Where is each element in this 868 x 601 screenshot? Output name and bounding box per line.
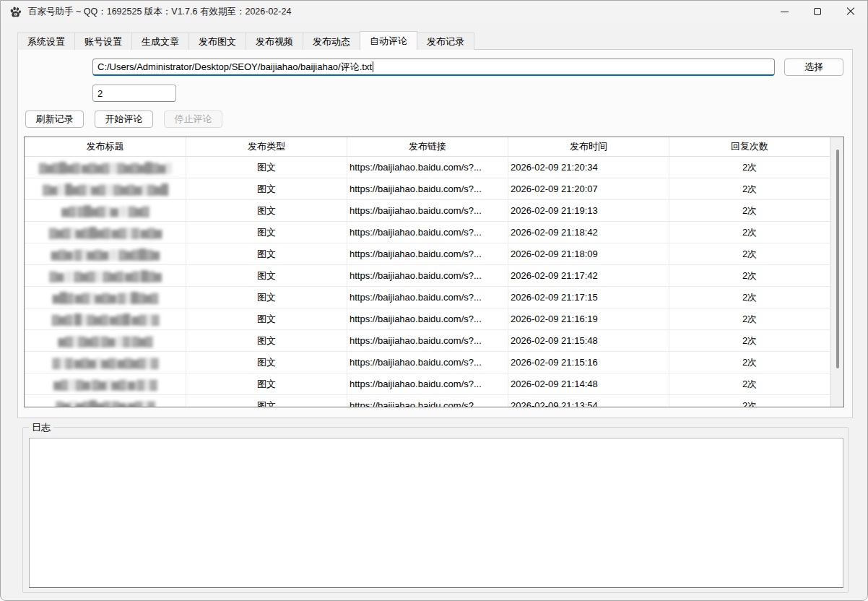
masked-title-text: ▓▆ ▒ ▓▆▓▒ ▓▆▓ ▆▓ █▓▆ (49, 271, 160, 281)
cell-title: ▓▆▒ █▆▓▒▆▓ ▒▓▆▓▆▒▓▆█ (25, 178, 186, 200)
cell-link: https://baijiahao.baidu.com/s?... (347, 373, 508, 395)
column-header-4[interactable]: 回复次数 (669, 137, 830, 157)
close-button[interactable] (834, 1, 867, 22)
table-header-row: 发布标题发布类型发布链接发布时间回复次数 (25, 137, 843, 157)
log-groupbox: 日志 (22, 427, 849, 593)
cell-link: https://baijiahao.baidu.com/s?... (347, 308, 508, 330)
comment-count-value: 2 (97, 88, 103, 99)
tab-1[interactable]: 账号设置 (74, 33, 132, 50)
cell-title: ▓▆▓ █▒▓▆▓ ▆▓█ ▆▓▒▓ (25, 308, 186, 330)
refresh-records-button[interactable]: 刷新记录 (25, 111, 84, 128)
cell-title: ▓▆▓▒▆▓█▆▓ ▆▓▒▓ ▆▓▆ (25, 222, 186, 243)
minimize-button[interactable] (768, 1, 801, 22)
table-row[interactable]: ▓▆▓▒▆▓█▆▓ ▆▓▒▓ ▆▓▆图文https://baijiahao.ba… (25, 222, 843, 243)
table-row[interactable]: ▆▓ ▒▓▆ ▓▆▒▆▓ ▆ ▓▒▓图文https://baijiahao.ba… (25, 373, 843, 395)
baidu-paw-icon (9, 6, 22, 18)
masked-title-text: ▆▓ ▓█▆▓▒▆ ▒ ▓▆▓ (61, 206, 149, 216)
comment-count-input[interactable]: 2 (92, 85, 176, 102)
tab-7[interactable]: 发布记录 (417, 33, 474, 50)
cell-time: 2026-02-09 21:17:42 (508, 265, 669, 287)
cell-time: 2026-02-09 21:14:48 (508, 373, 669, 395)
tab-3[interactable]: 发布图文 (188, 33, 246, 50)
start-comment-button[interactable]: 开始评论 (95, 111, 153, 128)
close-icon (846, 7, 855, 16)
cell-title: ▆▓▒▓▆▓ ▓▆ ▒▓ ▓▆▓ (25, 330, 186, 352)
masked-title-text: ▓▆▒ █▆▓▒▆▓ ▒▓▆▓▆▒▓▆█ (43, 184, 168, 194)
table-row[interactable]: ▆█▓ ▆▓▒▆▓▆ ▓▒█▓▆▓图文https://baijiahao.bai… (25, 287, 843, 308)
table-row[interactable]: ▓▆▒ █▆▓▒▆▓ ▒▓▆▓▆▒▓▆█图文https://baijiahao.… (25, 178, 843, 200)
masked-title-text: ▆█▓ ▆▓▒▆▓▆ ▓▒█▓▆▓ (53, 293, 158, 303)
cell-link: https://baijiahao.baidu.com/s?... (347, 330, 508, 352)
masked-title-text: ▆▓▒▓▆▓ ▓▆ ▒▓ ▓▆▓ (58, 336, 152, 346)
cell-time: 2026-02-09 21:17:15 (508, 287, 669, 308)
tab-2[interactable]: 生成文章 (131, 33, 189, 50)
cell-type: 图文 (186, 243, 347, 265)
cell-replies: 2次 (669, 222, 830, 243)
cell-link: https://baijiahao.baidu.com/s?... (347, 222, 508, 243)
column-header-3[interactable]: 发布时间 (508, 137, 669, 157)
cell-link: https://baijiahao.baidu.com/s?... (347, 265, 508, 287)
cell-replies: 2次 (669, 287, 830, 308)
cell-link: https://baijiahao.baidu.com/s?... (347, 395, 508, 407)
publish-records-table: 发布标题发布类型发布链接发布时间回复次数 ▓▆▓█▆▓ ▆▓▆▓ ▒▓▆▓▆█▓… (24, 137, 844, 407)
table-row[interactable]: ▓▆▓ █▒▓▆▓ ▆▓█ ▆▓▒▓图文https://baijiahao.ba… (25, 308, 843, 330)
table-row[interactable]: ▆▓ ▓█▆▓▒▆ ▒ ▓▆▓图文https://baijiahao.baidu… (25, 200, 843, 222)
cell-replies: 2次 (669, 243, 830, 265)
cell-time: 2026-02-09 21:18:42 (508, 222, 669, 243)
tab-4[interactable]: 发布视频 (246, 33, 303, 50)
cell-title: ▓▆▒▆▓█▆▓ ▓▆ ▆▓▒▓ (25, 395, 186, 407)
app-window: 百家号助手 ~ QQ：1692525 版本：V1.7.6 有效期至：2026-0… (0, 0, 868, 601)
cell-type: 图文 (186, 352, 347, 373)
table-row[interactable]: ▆▓▒▓▆▓ ▓▆ ▒▓ ▓▆▓图文https://baijiahao.baid… (25, 330, 843, 352)
cell-time: 2026-02-09 21:15:16 (508, 352, 669, 373)
table-row[interactable]: ▆▓▆ ▓▒▆▓▆ ▒ ▓▆▓█▓▆图文https://baijiahao.ba… (25, 243, 843, 265)
cell-type: 图文 (186, 157, 347, 178)
tab-5[interactable]: 发布动态 (303, 33, 360, 50)
cell-type: 图文 (186, 308, 347, 330)
text-caret (373, 61, 373, 72)
cell-type: 图文 (186, 395, 347, 407)
masked-title-text: ▆▓ ▒▓▆ ▓▆▒▆▓ ▆ ▓▒▓ (53, 379, 156, 389)
tab-active-6[interactable]: 自动评论 (360, 31, 417, 50)
window-controls (768, 1, 867, 22)
maximize-icon (814, 8, 821, 15)
table-row[interactable]: ▓▆ ▒ ▓▆▓▒ ▓▆▓ ▆▓ █▓▆图文https://baijiahao.… (25, 265, 843, 287)
minimize-icon (781, 12, 789, 12)
masked-title-text: ▓▆▓█▆▓ ▆▓▆▓ ▒▓▆▓▆█▓▆▒ (39, 163, 171, 173)
table-body: ▓▆▓█▆▓ ▆▓▆▓ ▒▓▆▓▆█▓▆▒图文https://baijiahao… (25, 157, 843, 407)
masked-title-text: ▓▒▓ ▆▓▆▒▆▓ ▆▓▆▓▒▓ (53, 358, 158, 368)
cell-replies: 2次 (669, 373, 830, 395)
table-row[interactable]: ▓▆▒▆▓█▆▓ ▓▆ ▆▓▒▓图文https://baijiahao.baid… (25, 395, 843, 407)
table-row[interactable]: ▓▆▓█▆▓ ▆▓▆▓ ▒▓▆▓▆█▓▆▒图文https://baijiahao… (25, 157, 843, 178)
table-scrollbar-thumb[interactable] (836, 150, 839, 368)
cell-replies: 2次 (669, 352, 830, 373)
column-header-1[interactable]: 发布类型 (186, 137, 347, 157)
cell-replies: 2次 (669, 265, 830, 287)
cell-link: https://baijiahao.baidu.com/s?... (347, 352, 508, 373)
maximize-button[interactable] (801, 1, 834, 22)
masked-title-text: ▓▆▓▒▆▓█▆▓ ▆▓▒▓ ▆▓▆ (49, 228, 162, 238)
cell-time: 2026-02-09 21:15:48 (508, 330, 669, 352)
cell-type: 图文 (186, 178, 347, 200)
table-scrollbar-track[interactable] (830, 137, 843, 407)
column-header-0[interactable]: 发布标题 (25, 137, 186, 157)
cell-time: 2026-02-09 21:16:19 (508, 308, 669, 330)
choose-file-button[interactable]: 选择 (784, 59, 843, 76)
cell-type: 图文 (186, 373, 347, 395)
cell-replies: 2次 (669, 178, 830, 200)
log-textarea[interactable] (29, 438, 843, 588)
reply-file-input[interactable]: C:/Users/Administrator/Desktop/SEOY/baij… (92, 59, 775, 76)
table-row[interactable]: ▓▒▓ ▆▓▆▒▆▓ ▆▓▆▓▒▓图文https://baijiahao.bai… (25, 352, 843, 373)
cell-time: 2026-02-09 21:13:54 (508, 395, 669, 407)
title-bar: 百家号助手 ~ QQ：1692525 版本：V1.7.6 有效期至：2026-0… (1, 1, 867, 22)
cell-replies: 2次 (669, 395, 830, 407)
tab-0[interactable]: 系统设置 (17, 33, 75, 50)
cell-title: ▆█▓ ▆▓▒▆▓▆ ▓▒█▓▆▓ (25, 287, 186, 308)
cell-replies: 2次 (669, 157, 830, 178)
cell-type: 图文 (186, 287, 347, 308)
cell-link: https://baijiahao.baidu.com/s?... (347, 243, 508, 265)
cell-link: https://baijiahao.baidu.com/s?... (347, 157, 508, 178)
column-header-2[interactable]: 发布链接 (347, 137, 508, 157)
cell-link: https://baijiahao.baidu.com/s?... (347, 287, 508, 308)
cell-replies: 2次 (669, 330, 830, 352)
